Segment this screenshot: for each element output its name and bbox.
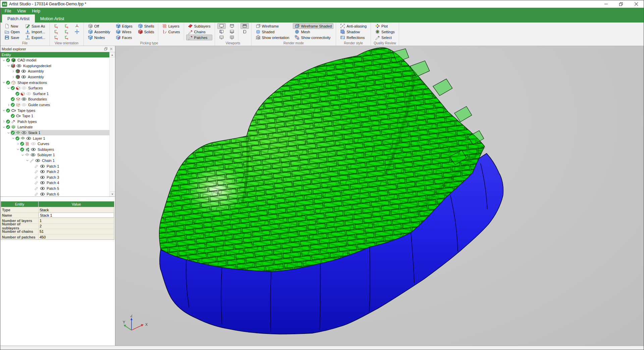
visibility-eye-icon[interactable] — [31, 153, 36, 157]
ribbon-button-vp-hsplit[interactable] — [217, 35, 226, 40]
check-icon[interactable] — [6, 58, 10, 62]
ribbon-button-import[interactable]: Import... — [23, 29, 47, 35]
tree-item-cad-model[interactable]: CAD model — [0, 57, 109, 63]
close-panel-icon[interactable] — [108, 47, 114, 51]
ribbon-button-mesh[interactable]: Mesh — [293, 29, 333, 35]
ribbon-button-settings[interactable]: Settings — [373, 29, 396, 35]
ribbon-button-shaded[interactable]: Shaded — [254, 29, 291, 35]
tree-item-laminate[interactable]: Laminate — [0, 124, 109, 130]
visibility-eye-off-icon[interactable] — [21, 86, 26, 90]
ribbon-button-patches[interactable]: Patches — [186, 35, 212, 40]
scroll-up-button[interactable]: ▲ — [109, 52, 115, 57]
scroll-down-button[interactable]: ▼ — [110, 191, 115, 196]
ribbon-button-axis-yz[interactable]: yz — [62, 29, 71, 35]
ribbon-button-axis-zy[interactable]: zy — [62, 35, 71, 40]
chevron-down-icon[interactable] — [16, 147, 20, 151]
tab-patch-artist[interactable]: Patch Artist — [2, 14, 35, 23]
chevron-down-icon[interactable] — [2, 81, 6, 84]
check-icon[interactable] — [20, 142, 24, 146]
check-icon[interactable] — [20, 147, 24, 151]
chevron-right-icon[interactable] — [6, 103, 11, 107]
ribbon-button-axis-iso[interactable] — [73, 23, 81, 29]
ribbon-button-sublayers[interactable]: Sublayers — [186, 23, 212, 29]
check-icon[interactable] — [15, 136, 19, 140]
ribbon-button-wires[interactable]: Wires — [114, 29, 134, 35]
ribbon-button-edges[interactable]: Edges — [114, 23, 134, 29]
visibility-eye-off-icon[interactable] — [31, 142, 36, 145]
ribbon-button-vp-persp[interactable] — [240, 29, 249, 35]
menu-file[interactable]: File — [2, 8, 14, 14]
tree-item-patch-2[interactable]: Patch 2 — [0, 169, 109, 175]
check-icon[interactable] — [6, 120, 10, 124]
ribbon-button-axis-xz[interactable]: xz — [52, 35, 60, 40]
ribbon-button-save[interactable]: Save — [3, 35, 21, 40]
ribbon-button-layers[interactable]: Layers — [160, 23, 182, 29]
ribbon-button-curves[interactable]: Curves — [160, 29, 182, 35]
tree-item-patch-types[interactable]: Patch types — [0, 119, 109, 125]
check-icon[interactable] — [15, 92, 19, 96]
visibility-eye-icon[interactable] — [40, 176, 45, 179]
visibility-eye-icon[interactable] — [40, 181, 45, 184]
ribbon-button-export[interactable]: Export... — [23, 35, 47, 40]
visibility-eye-icon[interactable] — [35, 159, 40, 162]
chevron-down-icon[interactable] — [2, 108, 6, 112]
chevron-right-icon[interactable] — [11, 75, 15, 79]
visibility-eye-icon[interactable] — [16, 64, 21, 68]
menu-help[interactable]: Help — [29, 8, 43, 14]
ribbon-button-vp-left[interactable] — [217, 29, 226, 35]
tree-item-assembly[interactable]: Assembly — [0, 69, 109, 74]
visibility-eye-icon[interactable] — [40, 192, 45, 196]
check-icon[interactable] — [11, 86, 15, 90]
tree-item-kupplungsdeckel[interactable]: Kupplungsdeckel — [0, 63, 109, 69]
tree-item-sublayer-1[interactable]: Sublayer 1 — [0, 152, 109, 158]
chevron-down-icon[interactable] — [2, 125, 6, 129]
check-icon[interactable] — [11, 97, 15, 101]
tree-item-boundaries[interactable]: Boundaries — [0, 96, 109, 102]
float-panel-icon[interactable] — [103, 47, 108, 51]
ribbon-button-solids[interactable]: Solids — [136, 29, 156, 35]
tree-item-tape-types[interactable]: Tape types — [0, 107, 109, 113]
tree-item-tape-1[interactable]: Tape 1 — [0, 113, 109, 119]
tree-item-patch-5[interactable]: Patch 5 — [0, 186, 109, 191]
check-icon[interactable] — [11, 114, 15, 118]
visibility-eye-icon[interactable] — [21, 131, 26, 134]
visibility-eye-off-icon[interactable] — [26, 92, 31, 95]
ribbon-button-faces[interactable]: Faces — [114, 35, 134, 40]
chevron-down-icon[interactable] — [11, 136, 15, 140]
check-icon[interactable] — [6, 108, 10, 113]
ribbon-button-move[interactable] — [73, 29, 81, 35]
tree-item-patch-4[interactable]: Patch 4 — [0, 180, 109, 186]
visibility-eye-icon[interactable] — [40, 170, 45, 173]
check-icon[interactable] — [11, 131, 15, 135]
chevron-down-icon[interactable] — [25, 159, 30, 162]
tree-item-guide-curves[interactable]: Guide curves — [0, 102, 109, 108]
visibility-eye-icon[interactable] — [21, 75, 26, 79]
ribbon-button-show-connectivity[interactable]: Show connectivity — [293, 35, 333, 40]
visibility-eye-icon[interactable] — [31, 148, 36, 151]
check-icon[interactable] — [11, 103, 15, 107]
ribbon-button-wireframe-shaded[interactable]: Wireframe Shaded — [293, 23, 333, 29]
close-button[interactable] — [629, 0, 644, 8]
ribbon-button-reflections[interactable]: Reflections — [338, 35, 368, 40]
ribbon-button-show-orientation[interactable]: Show orientation — [254, 35, 291, 40]
visibility-eye-off-icon[interactable] — [21, 103, 26, 106]
chevron-down-icon[interactable] — [6, 64, 11, 68]
chevron-right-icon[interactable] — [2, 120, 6, 123]
tree-item-stack-1[interactable]: Stack 1 — [0, 130, 109, 136]
chevron-right-icon[interactable] — [16, 142, 20, 146]
ribbon-button-axis-yx[interactable]: yx — [52, 29, 60, 35]
ribbon-button-assembly[interactable]: Assembly — [86, 29, 112, 35]
visibility-eye-icon[interactable] — [21, 97, 26, 101]
chevron-down-icon[interactable] — [20, 153, 25, 157]
chevron-down-icon[interactable] — [6, 131, 11, 135]
ribbon-button-axis-zx[interactable]: zx — [52, 23, 60, 29]
ribbon-button-vp-bottom[interactable] — [228, 29, 236, 35]
viewport-3d[interactable]: Z X Y — [115, 46, 644, 346]
tree-item-patch-1[interactable]: Patch 1 — [0, 163, 109, 169]
ribbon-button-open[interactable]: Open — [3, 29, 21, 35]
tree-item-patch-6[interactable]: Patch 6 — [0, 191, 109, 196]
ribbon-button-wireframe[interactable]: Wireframe — [254, 23, 291, 29]
check-icon[interactable] — [6, 125, 10, 129]
tree-item-sublayers[interactable]: Sublayers — [0, 147, 109, 152]
tree-item-shape-extractions[interactable]: Shape extractions — [0, 80, 109, 85]
